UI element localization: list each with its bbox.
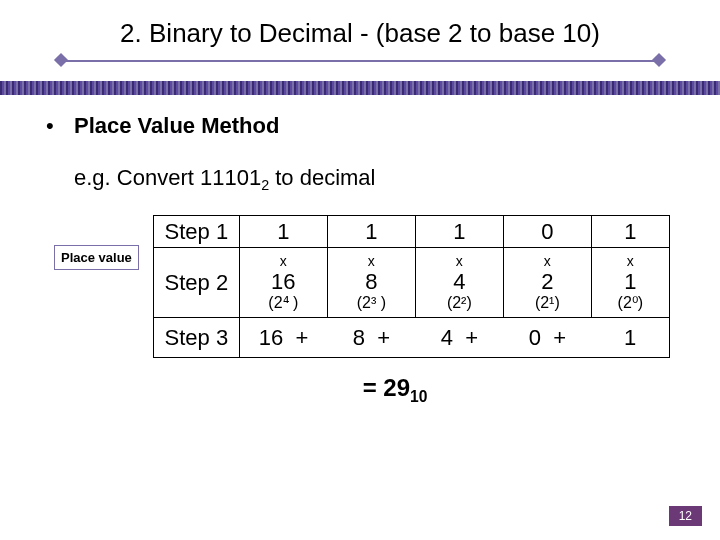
bit-cell: 1 — [415, 216, 503, 248]
bit-cell: 1 — [327, 216, 415, 248]
table-row: Step 3 16 + 8 + 4 + 0 + 1 — [153, 318, 669, 358]
bit-cell: 1 — [239, 216, 327, 248]
result-line: = 2910 — [46, 374, 674, 406]
weight-cell: x 16 (2⁴ ) — [239, 248, 327, 318]
table-row: Step 1 1 1 1 0 1 — [153, 216, 669, 248]
slide-title: 2. Binary to Decimal - (base 2 to base 1… — [0, 0, 720, 55]
method-name: Place Value Method — [74, 113, 279, 139]
weight-cell: x 4 (2²) — [415, 248, 503, 318]
title-underline — [60, 55, 660, 67]
conversion-table: Step 1 1 1 1 0 1 Step 2 x 16 (2⁴ ) x 8 (… — [153, 215, 670, 358]
bit-cell: 0 — [503, 216, 591, 248]
weight-cell: x 1 (2⁰) — [591, 248, 669, 318]
bit-cell: 1 — [591, 216, 669, 248]
place-value-label: Place value — [54, 245, 139, 270]
sum-cell: 4 + — [415, 318, 503, 358]
step2-label: Step 2 — [153, 248, 239, 318]
sum-cell: 8 + — [327, 318, 415, 358]
method-heading: • Place Value Method — [46, 113, 674, 139]
page-number: 12 — [669, 506, 702, 526]
example-line: e.g. Convert 111012 to decimal — [74, 165, 674, 193]
weight-cell: x 8 (2³ ) — [327, 248, 415, 318]
table-row: Step 2 x 16 (2⁴ ) x 8 (2³ ) x 4 (2²) — [153, 248, 669, 318]
sum-cell: 0 + — [503, 318, 591, 358]
step1-label: Step 1 — [153, 216, 239, 248]
bullet-icon: • — [46, 113, 74, 139]
decorative-bar — [0, 81, 720, 95]
step3-label: Step 3 — [153, 318, 239, 358]
weight-cell: x 2 (2¹) — [503, 248, 591, 318]
sum-cell: 16 + — [239, 318, 327, 358]
sum-cell: 1 — [591, 318, 669, 358]
